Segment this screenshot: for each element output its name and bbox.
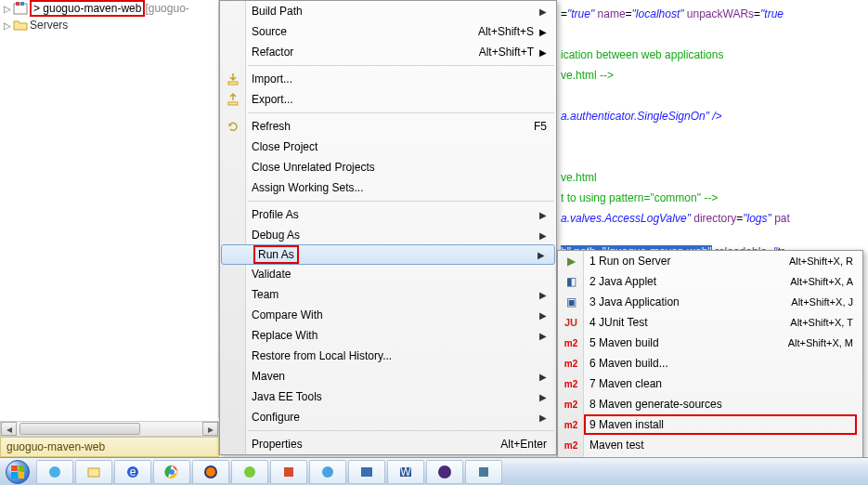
- taskbar-app[interactable]: [309, 460, 346, 484]
- taskbar-app[interactable]: W: [387, 460, 424, 484]
- m2-icon: m2: [562, 395, 580, 413]
- scroll-left-button[interactable]: ◂: [1, 422, 17, 436]
- horizontal-scrollbar[interactable]: ◂ ▸: [0, 421, 219, 437]
- taskbar-app[interactable]: [426, 460, 463, 484]
- status-text: guoguo-maven-web: [6, 440, 105, 453]
- project-node[interactable]: ▷ > guoguo-maven-web [guoguo-: [0, 0, 218, 17]
- run-as-submenu: ▶1 Run on ServerAlt+Shift+X, R ◧2 Java A…: [557, 250, 863, 483]
- submenu-arrow-icon: ▶: [539, 310, 547, 321]
- m2-icon: m2: [562, 436, 580, 454]
- menu-export[interactable]: Export...: [220, 89, 556, 110]
- submenu-maven-build-dots[interactable]: m26 Maven build...: [558, 353, 862, 374]
- project-explorer[interactable]: ▷ > guoguo-maven-web [guoguo- ▷ Servers: [0, 0, 219, 418]
- taskbar-app[interactable]: [270, 460, 307, 484]
- submenu-java-applet[interactable]: ◧2 Java AppletAlt+Shift+X, A: [558, 271, 862, 292]
- submenu-arrow-icon: ▶: [539, 331, 547, 341]
- submenu-java-application[interactable]: ▣3 Java ApplicationAlt+Shift+X, J: [558, 292, 862, 312]
- submenu-arrow-icon: ▶: [539, 413, 547, 423]
- submenu-run-on-server[interactable]: ▶1 Run on ServerAlt+Shift+X, R: [558, 251, 862, 271]
- svg-point-15: [322, 466, 333, 478]
- menu-team[interactable]: Team▶: [220, 284, 556, 305]
- windows-taskbar[interactable]: e W: [0, 457, 868, 485]
- menu-import[interactable]: Import...: [220, 69, 556, 89]
- submenu-arrow-icon: ▶: [538, 27, 547, 37]
- submenu-arrow-icon: ▶: [539, 290, 547, 300]
- code-text: "logs": [743, 212, 771, 225]
- taskbar-app[interactable]: [231, 460, 268, 484]
- menu-refresh[interactable]: RefreshF5: [220, 116, 556, 137]
- submenu-maven-clean[interactable]: m27 Maven clean: [558, 374, 862, 394]
- menu-run-as[interactable]: Run As▶: [221, 244, 555, 265]
- java-applet-icon: ◧: [562, 272, 580, 291]
- menu-assign-working-sets[interactable]: Assign Working Sets...: [220, 177, 556, 198]
- import-icon: [224, 70, 242, 88]
- menu-javaee-tools[interactable]: Java EE Tools▶: [220, 387, 556, 407]
- taskbar-app[interactable]: [192, 460, 229, 484]
- export-icon: [224, 90, 242, 109]
- svg-rect-6: [88, 468, 99, 477]
- submenu-maven-build[interactable]: m25 Maven buildAlt+Shift+X, M: [558, 333, 862, 353]
- java-app-icon: ▣: [562, 293, 580, 311]
- menu-compare-with[interactable]: Compare With▶: [220, 305, 556, 325]
- menu-replace-with[interactable]: Replace With▶: [220, 325, 556, 346]
- shortcut-text: Alt+Shift+X, M: [788, 337, 853, 348]
- svg-point-13: [244, 466, 255, 478]
- menu-close-unrelated[interactable]: Close Unrelated Projects: [220, 157, 556, 177]
- menu-separator: [248, 112, 554, 113]
- menu-debug-as[interactable]: Debug As▶: [220, 225, 556, 245]
- shortcut-text: Alt+Shift+X, A: [790, 276, 853, 287]
- menu-validate[interactable]: Validate: [220, 264, 556, 284]
- code-text: unpackWARs: [687, 7, 754, 20]
- expand-icon[interactable]: ▷: [4, 20, 13, 31]
- status-bar: guoguo-maven-web: [0, 437, 219, 457]
- menu-close-project[interactable]: Close Project: [220, 137, 556, 157]
- code-text: a.valves.AccessLogValve": [561, 212, 691, 225]
- submenu-maven-generate-sources[interactable]: m28 Maven generate-sources: [558, 394, 862, 414]
- m2-icon: m2: [562, 334, 580, 352]
- svg-rect-2: [20, 2, 24, 6]
- menu-profile-as[interactable]: Profile As▶: [220, 204, 556, 225]
- code-comment: ve.html: [561, 167, 868, 188]
- submenu-arrow-icon: ▶: [539, 392, 547, 402]
- taskbar-app[interactable]: [153, 460, 190, 484]
- taskbar-app[interactable]: [348, 460, 385, 484]
- menu-configure[interactable]: Configure▶: [220, 407, 556, 427]
- menu-separator: [248, 65, 554, 66]
- code-comment: ve.html -->: [561, 65, 868, 85]
- project-suffix: [guoguo-: [145, 2, 188, 15]
- menu-build-path[interactable]: Build Path▶: [220, 1, 556, 21]
- scroll-right-button[interactable]: ▸: [202, 422, 218, 436]
- menu-refactor[interactable]: RefactorAlt+Shift+T▶: [220, 42, 556, 62]
- taskbar-app[interactable]: e: [114, 460, 151, 484]
- project-label-highlighted: > guoguo-maven-web: [30, 0, 145, 17]
- scrollbar-thumb[interactable]: [19, 423, 140, 435]
- taskbar-app[interactable]: [36, 460, 73, 484]
- start-button[interactable]: [0, 458, 35, 486]
- menu-maven[interactable]: Maven▶: [220, 366, 556, 387]
- submenu-arrow-icon: ▶: [538, 250, 545, 260]
- taskbar-app[interactable]: [75, 460, 112, 484]
- menu-properties[interactable]: PropertiesAlt+Enter: [220, 434, 556, 454]
- context-menu: Build Path▶ SourceAlt+Shift+S▶ RefactorA…: [219, 0, 557, 455]
- svg-rect-3: [228, 82, 238, 85]
- menu-separator: [248, 201, 554, 202]
- menu-restore-history[interactable]: Restore from Local History...: [220, 346, 556, 366]
- submenu-arrow-icon: ▶: [538, 47, 547, 58]
- code-text: "true": [567, 7, 594, 20]
- svg-rect-4: [228, 102, 238, 105]
- code-comment: t to using pattern="common" -->: [561, 188, 868, 208]
- servers-node[interactable]: ▷ Servers: [0, 17, 218, 33]
- code-text: name: [598, 7, 626, 20]
- code-text: pat: [774, 212, 790, 225]
- shortcut-text: Alt+Shift+X, R: [789, 256, 853, 267]
- submenu-maven-test[interactable]: m2Maven test: [558, 435, 862, 455]
- code-text: "true: [760, 7, 784, 20]
- expand-icon[interactable]: ▷: [4, 4, 13, 14]
- submenu-junit-test[interactable]: JU4 JUnit TestAlt+Shift+X, T: [558, 312, 862, 333]
- submenu-maven-install[interactable]: m29 Maven install: [558, 414, 862, 435]
- folder-icon: [13, 18, 28, 33]
- windows-logo-icon: [11, 465, 24, 478]
- menu-source[interactable]: SourceAlt+Shift+S▶: [220, 21, 556, 42]
- code-text: directory: [693, 212, 736, 225]
- taskbar-app[interactable]: [465, 460, 502, 484]
